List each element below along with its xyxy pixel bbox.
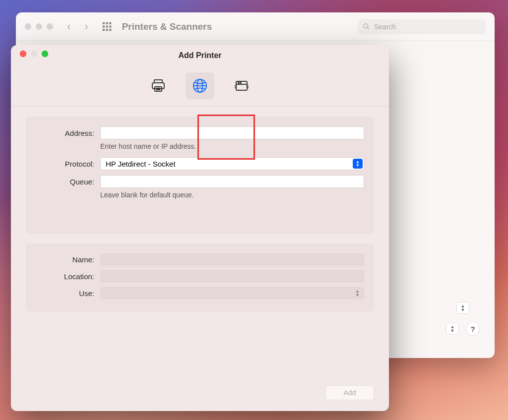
protocol-label: Protocol: [36,160,100,168]
svg-rect-2 [109,22,111,24]
window-traffic-lights [25,23,53,30]
queue-input[interactable] [100,175,364,188]
help-button[interactable]: ? [466,322,480,336]
add-printer-tabs [11,65,389,107]
svg-point-25 [238,82,239,83]
zoom-button[interactable] [42,51,48,57]
svg-rect-5 [109,25,111,27]
add-button-label: Add [344,389,356,397]
tab-ip[interactable] [186,72,214,99]
use-label: Use: [36,289,100,298]
svg-rect-4 [106,25,108,27]
prefs-nav: ‹ › [67,20,88,33]
svg-point-9 [364,24,368,28]
show-all-icon[interactable] [102,22,112,32]
minimize-button [31,51,37,57]
printer-info-panel: Name: Location: Use: ▲▼ [26,243,374,312]
chevron-up-down-icon: ▲▼ [353,159,363,169]
advanced-printer-icon [234,78,250,94]
prefs-right-controls: ▲▼ ▲▼ ? [446,302,480,336]
add-printer-title: Add Printer [178,51,221,60]
prefs-window-title: Printers & Scanners [122,21,212,32]
tab-windows[interactable] [227,72,256,99]
add-printer-titlebar: Add Printer [11,45,389,62]
tab-default[interactable] [144,72,173,99]
close-button[interactable] [20,51,26,57]
traffic-close [25,23,31,30]
prefs-toolbar: ‹ › Printers & Scanners Search [16,12,495,41]
name-label: Name: [36,255,100,264]
svg-rect-6 [102,29,104,31]
address-input[interactable] [100,126,364,139]
add-printer-window: Add Printer [11,45,389,411]
dialog-footer: Add [325,385,374,400]
svg-rect-8 [109,29,111,31]
queue-label: Queue: [36,178,100,186]
svg-line-10 [367,27,369,29]
address-hint: Enter host name or IP address. [100,142,364,150]
forward-button: › [84,20,88,33]
chevron-up-down-icon: ▲▼ [355,289,360,297]
search-icon [363,23,370,30]
protocol-value: HP Jetdirect - Socket [106,160,176,168]
back-button[interactable]: ‹ [67,20,70,33]
connection-panel: Address: Enter host name or IP address. … [26,117,374,234]
queue-hint: Leave blank for default queue. [100,191,364,199]
svg-point-26 [240,82,241,83]
svg-rect-3 [102,25,104,27]
location-input [100,270,364,282]
paper-size-stepper[interactable]: ▲▼ [446,323,459,335]
traffic-zoom [47,23,53,30]
default-printer-stepper[interactable]: ▲▼ [456,302,469,314]
printer-icon [150,78,166,94]
svg-rect-7 [106,29,108,31]
search-input[interactable]: Search [358,19,486,34]
name-input [100,253,364,265]
globe-icon [192,78,208,94]
add-printer-traffic-lights [20,51,48,57]
address-label: Address: [36,129,100,137]
use-select: ▲▼ [100,287,364,299]
add-button: Add [325,385,374,400]
search-placeholder: Search [374,23,396,31]
protocol-select[interactable]: HP Jetdirect - Socket ▲▼ [100,157,364,170]
svg-rect-1 [106,22,108,24]
svg-rect-0 [102,22,104,24]
traffic-minimize [36,23,42,30]
location-label: Location: [36,272,100,281]
